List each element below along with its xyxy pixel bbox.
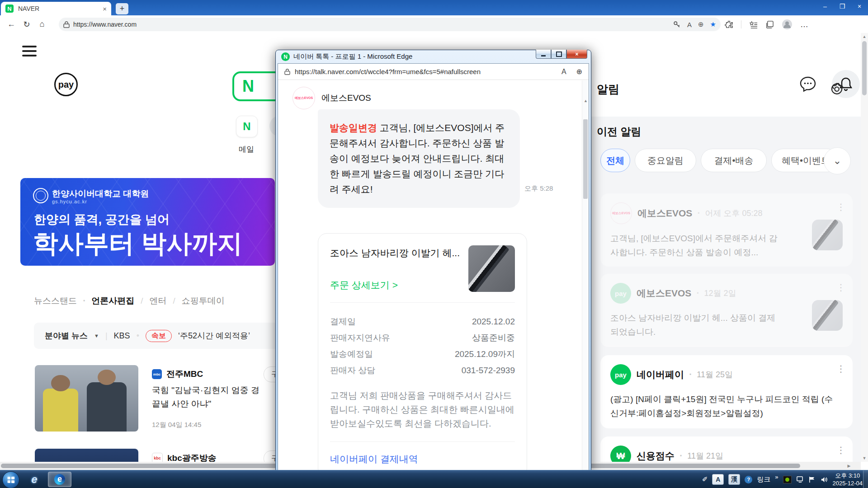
refresh-button[interactable]: ↻ xyxy=(19,19,34,29)
pipe-separator: | xyxy=(105,331,108,341)
notifications-title: 알림 xyxy=(597,82,619,97)
divider xyxy=(330,441,515,442)
taskbar-clock[interactable]: 오후 3:10 2025-12-04 xyxy=(833,472,863,487)
zoom-icon[interactable]: ⊕ xyxy=(698,20,704,28)
home-button[interactable]: ⌂ xyxy=(34,19,50,29)
filter-important[interactable]: 중요알림 xyxy=(635,149,696,172)
notification-card[interactable]: pay 에보스EVOS • 12월 2일 ⋮ 조아스 남자바리깡 이발기 헤..… xyxy=(600,274,853,347)
naver-talk-icon: N xyxy=(281,52,290,61)
filter-all[interactable]: 전체 xyxy=(600,149,630,172)
hamburger-menu-icon[interactable] xyxy=(22,43,37,59)
naver-pay-logo[interactable]: pay xyxy=(54,73,78,96)
read-aloud-icon[interactable]: A xyxy=(687,21,692,28)
tab-close-icon[interactable]: × xyxy=(103,5,107,13)
action-center-flag-icon[interactable] xyxy=(808,476,816,483)
collections-icon[interactable] xyxy=(765,20,774,29)
filter-payment-shipping[interactable]: 결제•배송 xyxy=(701,149,767,172)
notification-card[interactable]: ₩ 신용점수 • 11월 21일 ⋮ xyxy=(600,436,853,462)
press-name[interactable]: 전주MBC xyxy=(166,368,203,380)
edge-icon: e xyxy=(54,474,65,485)
window-close-button[interactable]: × xyxy=(851,0,868,13)
vertical-scrollbar-thumb[interactable] xyxy=(862,41,867,95)
popup-minimize-button[interactable] xyxy=(536,50,551,59)
notification-settings-button[interactable] xyxy=(830,82,844,95)
mail-icon[interactable]: N xyxy=(236,116,258,137)
order-row-value: 상품준비중 xyxy=(472,330,515,346)
ime-help-icon[interactable]: ? xyxy=(745,476,752,483)
language-bar-icon[interactable]: ✐ xyxy=(702,475,708,483)
window-minimize-button[interactable]: – xyxy=(816,0,834,13)
new-tab-button[interactable]: + xyxy=(116,3,128,14)
category-dropdown[interactable]: 분야별 뉴스 xyxy=(45,330,88,341)
window-restore-button[interactable]: ❒ xyxy=(834,0,851,13)
nvidia-tray-icon[interactable] xyxy=(783,476,792,483)
dot-separator: • xyxy=(137,331,139,341)
extensions-icon[interactable] xyxy=(725,20,733,29)
popup-titlebar[interactable]: N 네이버 톡톡 - 프로필 1 - Microsoft Edge xyxy=(281,52,412,61)
talk-chat-icon[interactable] xyxy=(799,76,816,92)
scroll-up-icon[interactable]: ▲ xyxy=(861,34,868,39)
kebab-menu-icon[interactable]: ⋮ xyxy=(836,445,845,455)
tab-shopping-today[interactable]: 쇼핑투데이 xyxy=(182,295,225,307)
taskbar-edge-active[interactable]: e xyxy=(48,472,71,487)
show-desktop-button[interactable] xyxy=(863,470,868,488)
tab-enter[interactable]: 엔터 xyxy=(149,295,166,307)
press-row[interactable]: mbc 전주MBC xyxy=(152,368,203,380)
tab-newsstand[interactable]: 뉴스스탠드 xyxy=(34,295,77,307)
chat-message-bubble: 발송일변경 고객님, [에보스EVOS]에서 주문해주셔서 감사합니다. 주문하… xyxy=(318,109,520,208)
favorite-star-icon[interactable]: ★ xyxy=(710,20,716,28)
scroll-up-icon[interactable]: ▲ xyxy=(582,99,589,103)
slash-separator: / xyxy=(173,296,175,306)
network-tray-icon[interactable] xyxy=(796,476,804,483)
article-thumbnail[interactable] xyxy=(35,365,138,432)
scroll-right-icon[interactable]: ▶ xyxy=(845,464,853,468)
article-title-line1[interactable]: 국힘 "김남국·김현지 엄중 경 xyxy=(152,384,259,397)
notification-card[interactable]: pay 네이버페이 • 11월 25일 ⋮ (광고) [N페이 클릭+15원] … xyxy=(600,355,853,428)
browser-toolbar: ← ↻ ⌂ https://www.naver.com A ⊕ ★ … xyxy=(0,15,868,33)
kebab-menu-icon[interactable]: ⋮ xyxy=(836,202,845,212)
scroll-down-icon[interactable]: ▼ xyxy=(861,456,868,460)
tab-press-edit[interactable]: 언론사편집 xyxy=(91,295,134,307)
browser-tab[interactable]: N NAVER × xyxy=(1,2,111,15)
popup-scrollbar-thumb[interactable] xyxy=(583,119,588,199)
start-button[interactable] xyxy=(2,471,19,488)
profile-avatar[interactable] xyxy=(782,19,793,30)
press-kbs[interactable]: KBS xyxy=(114,331,130,341)
notification-card[interactable]: 에보스EVOS 에보스EVOS • 어제 오후 05:28 ⋮ 고객님, [에보… xyxy=(600,193,853,267)
popup-address-bar[interactable]: https://talk.naver.com/ct/wccle4?frm=ume… xyxy=(278,64,589,80)
volume-tray-icon[interactable] xyxy=(821,476,828,483)
vertical-scrollbar[interactable]: ▲ ▼ xyxy=(861,33,868,462)
kebab-menu-icon[interactable]: ⋮ xyxy=(836,363,845,374)
popup-maximize-button[interactable] xyxy=(551,50,566,59)
ime-hanja-button[interactable]: 漢 xyxy=(728,474,740,485)
back-button[interactable]: ← xyxy=(4,19,19,29)
popup-close-button[interactable]: × xyxy=(566,50,587,59)
news-filter-bar: 분야별 뉴스 ▼ | KBS • 속보 ‘주52시간 예외적용’ xyxy=(34,323,287,349)
kebab-menu-icon[interactable]: ⋮ xyxy=(836,282,845,293)
filters-expand-button[interactable]: ⌄ xyxy=(824,147,851,174)
password-key-icon[interactable] xyxy=(673,21,681,28)
breaking-headline[interactable]: ‘주52시간 예외적용’ xyxy=(178,330,250,341)
links-toolbar-label[interactable]: 링크 xyxy=(757,475,770,484)
chat-content: 에보스EVOS 에보스EVOS 발송일변경 고객님, [에보스EVOS]에서 주… xyxy=(278,80,582,471)
browser-menu-icon[interactable]: … xyxy=(800,20,808,29)
read-aloud-icon[interactable]: A xyxy=(561,68,566,76)
taskbar-internet-explorer[interactable]: e xyxy=(23,472,46,487)
order-card: 조아스 남자바리깡 이발기 헤... 주문 상세보기 > 결제일2025.12.… xyxy=(318,233,527,471)
naverpay-history-link[interactable]: 네이버페이 결제내역 xyxy=(330,453,515,465)
dot-separator: • xyxy=(83,298,85,304)
article-title-line2[interactable]: 끝낼 사안 아냐" xyxy=(152,397,211,411)
address-bar[interactable]: https://www.naver.com A ⊕ ★ xyxy=(59,18,721,31)
ime-alpha-button[interactable]: A xyxy=(712,474,724,485)
notification-date: 11월 25일 xyxy=(697,369,733,380)
favorites-list-icon[interactable] xyxy=(749,20,758,29)
popup-scrollbar[interactable]: ▲ xyxy=(582,80,589,471)
ad-banner[interactable]: 한양사이버대학교 대학원 gs.hycu.ac.kr 한양의 품격, 공간을 넘… xyxy=(20,178,275,266)
toolbar-divider xyxy=(741,20,741,28)
talk-popup-window: N 네이버 톡톡 - 프로필 1 - Microsoft Edge × http… xyxy=(275,50,591,472)
dot-separator: • xyxy=(689,371,691,378)
zoom-icon[interactable]: ⊕ xyxy=(576,67,582,76)
notification-body: 조아스 남자바리깡 이발기 헤... 상품이 결제되었습니다. xyxy=(610,311,778,339)
links-overflow-icon[interactable]: » xyxy=(775,474,778,480)
evos-avatar: 에보스EVOS xyxy=(610,202,632,224)
